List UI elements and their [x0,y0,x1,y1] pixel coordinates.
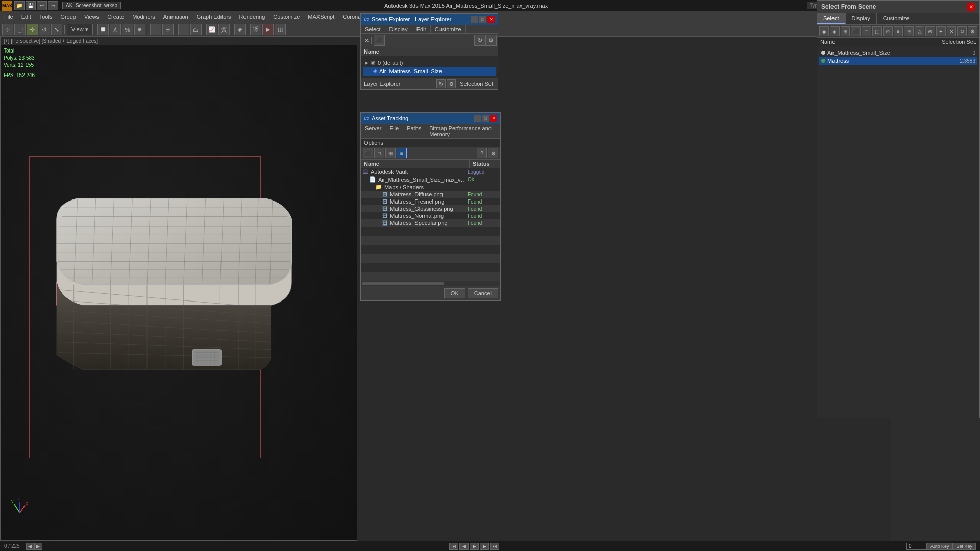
render-setup-btn[interactable]: 🎬 [250,24,261,35]
at-item-maps[interactable]: 📁 Maps / Shaders [361,183,500,191]
tb-open-btn[interactable]: 💾 [26,1,36,10]
at-item-glossiness[interactable]: 🖼 Mattress_Glossiness.png Found [361,205,500,212]
se-item-air-mattress[interactable]: ◈ Air_Mattress_Small_Size [363,67,496,76]
ref-coord-dropdown[interactable]: View ▾ [67,24,93,35]
sfs-btn-4[interactable]: ⬛ [851,26,861,36]
at-menu-server[interactable]: Server [361,124,385,138]
sfs-tab-select[interactable]: Select [817,13,846,24]
sfs-btn-12[interactable]: ✦ [936,26,946,36]
scene-explorer-min-btn[interactable]: — [471,16,478,23]
select-region-tool[interactable]: ⬚ [14,24,26,35]
at-settings-btn[interactable]: ⚙ [488,148,498,158]
sfs-item-mattress[interactable]: Mattress 2.3583 [819,57,977,65]
menu-graph-editors[interactable]: Graph Editors [192,11,235,22]
se-filter-btn[interactable]: ⬛ [374,35,385,46]
sfs-btn-8[interactable]: ≡ [894,26,903,36]
se-item-layer0[interactable]: ▶ ◉ 0 (default) [363,58,496,67]
sfs-tab-customize[interactable]: Customize [877,13,916,24]
anim-set-key-btn[interactable]: Set Key [952,543,976,550]
sfs-btn-2[interactable]: ◈ [830,26,840,36]
at-max-btn[interactable]: □ [482,115,489,122]
at-item-vault[interactable]: 🏛 Autodesk Vault Logged [361,168,500,176]
menu-group[interactable]: Group [56,11,80,22]
viewport-3d[interactable]: X Y Z [1,45,357,541]
status-bar-nav-left[interactable]: ◀ [26,543,34,550]
anim-key-mode-btn[interactable]: Auto Key [927,543,953,550]
select-tool[interactable]: ⊹ [2,24,13,35]
sfs-btn-10[interactable]: △ [915,26,924,36]
anim-goto-start-btn[interactable]: ⏮ [449,543,458,550]
scene-explorer-btn[interactable]: 🗂 [190,24,202,35]
se-tab-edit[interactable]: Edit [412,25,431,33]
tb-new-btn[interactable]: 📁 [14,1,24,10]
layer-manager-btn[interactable]: ≡ [178,24,189,35]
at-item-max-file[interactable]: 📄 Air_Mattress_Small_Size_max_vray.max O… [361,176,500,183]
at-item-specular[interactable]: 🖼 Mattress_Specular.png Found [361,219,500,227]
spinner-snap-toggle[interactable]: ⊕ [134,24,145,35]
at-item-fresnel[interactable]: 🖼 Mattress_Fresnel.png Found [361,198,500,205]
at-min-btn[interactable]: — [474,115,481,122]
scale-tool[interactable]: ⤡ [51,24,62,35]
se-sync-btn[interactable]: ↻ [474,35,485,46]
at-btn-2[interactable]: □ [374,148,384,158]
at-btn-4[interactable]: ≡ [397,148,407,158]
menu-edit[interactable]: Edit [17,11,35,22]
se-footer-btn2[interactable]: ⚙ [447,79,456,88]
anim-frame-input[interactable]: 0 [906,543,927,550]
at-ok-btn[interactable]: OK [444,288,465,298]
at-btn-3[interactable]: ⊞ [385,148,396,158]
material-editor-btn[interactable]: ◈ [234,24,246,35]
mirror-tool[interactable]: ⊢ [150,24,161,35]
at-item-normal[interactable]: 🖼 Mattress_Normal.png Found [361,212,500,219]
se-settings-btn[interactable]: ⚙ [485,35,497,46]
sfs-btn-11[interactable]: ⊕ [925,26,935,36]
snap-toggle[interactable]: 🔲 [97,24,109,35]
scene-explorer-close-btn[interactable]: ✕ [487,16,495,23]
render-btn[interactable]: ▶ [262,24,274,35]
sfs-tab-display[interactable]: Display [846,13,877,24]
menu-tools[interactable]: Tools [35,11,57,22]
se-footer-btn1[interactable]: ↻ [436,79,446,88]
se-tab-customize[interactable]: Customize [431,25,466,33]
sfs-close-x-btn[interactable]: ✕ [947,26,957,36]
percent-snap-toggle[interactable]: % [122,24,133,35]
sfs-btn-3[interactable]: ⊞ [841,26,850,36]
sfs-btn-1[interactable]: ◉ [819,26,829,36]
move-tool[interactable]: ✛ [27,24,38,35]
menu-maxscript[interactable]: MAXScript [304,11,338,22]
menu-animation[interactable]: Animation [159,11,192,22]
sfs-btn-6[interactable]: ◫ [872,26,882,36]
anim-next-frame-btn[interactable]: ▶ [480,543,489,550]
menu-customize[interactable]: Customize [269,11,304,22]
at-menu-bitmap[interactable]: Bitmap Performance and Memory [425,124,500,138]
se-close-btn[interactable]: ✕ [362,37,372,44]
at-menu-file[interactable]: File [385,124,403,138]
schematic-view-btn[interactable]: 🕸 [218,24,230,35]
curve-editor-btn[interactable]: 📈 [206,24,217,35]
menu-modifiers[interactable]: Modifiers [128,11,159,22]
align-tool[interactable]: ⊟ [162,24,174,35]
workspace-dropdown[interactable]: AK_Screenshot_wrksp [62,2,121,9]
angle-snap-toggle[interactable]: ∡ [110,24,121,35]
sfs-btn-5[interactable]: □ [862,26,871,36]
scene-explorer-max-btn[interactable]: □ [479,16,486,23]
active-shade-btn[interactable]: ◫ [275,24,286,35]
rotate-tool[interactable]: ↺ [39,24,50,35]
menu-create[interactable]: Create [103,11,128,22]
at-item-diffuse[interactable]: 🖼 Mattress_Diffuse.png Found [361,191,500,198]
sfs-gear-btn[interactable]: ⚙ [968,26,977,36]
se-tab-display[interactable]: Display [385,25,412,33]
menu-rendering[interactable]: Rendering [235,11,270,22]
menu-file[interactable]: File [0,11,17,22]
anim-play-btn[interactable]: ▶ [470,543,479,550]
at-menu-paths[interactable]: Paths [403,124,425,138]
at-help-btn[interactable]: ? [477,148,487,158]
anim-goto-end-btn[interactable]: ⏭ [490,543,499,550]
sfs-btn-9[interactable]: ⊟ [904,26,914,36]
at-close-btn[interactable]: ✕ [490,115,497,122]
anim-prev-frame-btn[interactable]: ◀ [459,543,469,550]
sfs-item-air-mattress[interactable]: Air_Mattress_Small_Size 0 [819,48,977,57]
sfs-close-btn[interactable]: ✕ [967,3,975,11]
status-bar-nav-right[interactable]: ▶ [34,543,42,550]
tb-undo-btn[interactable]: ↩ [37,1,47,10]
